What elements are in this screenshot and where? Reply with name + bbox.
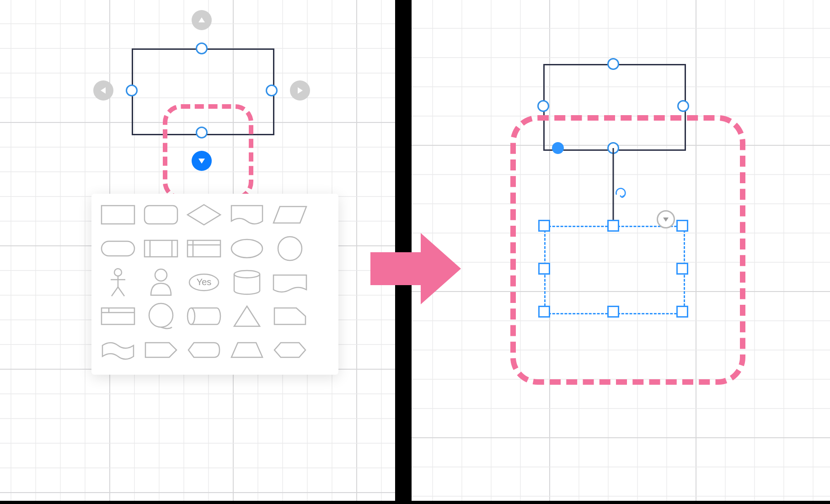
selection-handle-n[interactable] — [607, 220, 619, 232]
right-panel — [412, 0, 830, 501]
shape-card[interactable] — [100, 303, 136, 329]
selection-handle-s[interactable] — [607, 306, 619, 318]
shape-cylinder-horizontal[interactable] — [186, 303, 222, 329]
shape-hexagon[interactable] — [272, 337, 308, 363]
connector-top[interactable] — [196, 42, 208, 54]
shape-predefined-process[interactable] — [143, 236, 179, 261]
connector-right[interactable] — [677, 100, 689, 112]
shape-tag[interactable] — [143, 337, 179, 363]
shape-offpage[interactable] — [272, 303, 308, 329]
svg-rect-39 — [145, 206, 177, 224]
shape-document[interactable] — [229, 202, 265, 228]
shape-actor[interactable] — [100, 270, 136, 295]
shape-display[interactable] — [186, 337, 222, 363]
flowchart-node[interactable] — [132, 48, 274, 135]
expand-up-arrow[interactable] — [192, 10, 212, 30]
shape-database[interactable] — [229, 270, 265, 295]
left-panel: Yes — [0, 0, 395, 501]
shape-picker-popover: Yes — [91, 194, 338, 375]
connector-right[interactable] — [266, 85, 278, 96]
shape-banner[interactable] — [272, 270, 308, 295]
connector-left[interactable] — [126, 85, 138, 96]
expand-right-arrow[interactable] — [290, 80, 310, 101]
svg-rect-57 — [102, 308, 134, 324]
shape-diamond[interactable] — [186, 202, 222, 228]
expand-down-hint[interactable] — [657, 210, 675, 228]
shape-user[interactable] — [143, 270, 179, 295]
connector-top[interactable] — [607, 58, 619, 70]
selection-handle-e[interactable] — [676, 263, 688, 275]
svg-line-53 — [118, 287, 124, 296]
expand-down-arrow[interactable] — [192, 151, 212, 171]
shape-trapezoid[interactable] — [229, 337, 265, 363]
svg-point-47 — [231, 239, 262, 258]
selection-handle-nw[interactable] — [538, 220, 550, 232]
shape-circle[interactable] — [272, 236, 308, 261]
selection-handle-ne[interactable] — [676, 220, 688, 232]
flowchart-node-new[interactable] — [544, 226, 685, 314]
expand-left-arrow[interactable] — [93, 80, 113, 101]
shape-terminator[interactable] — [100, 236, 136, 261]
svg-point-60 — [149, 303, 173, 327]
flowchart-node-source[interactable] — [543, 64, 686, 151]
selection-handle-sw[interactable] — [538, 306, 550, 318]
svg-line-52 — [112, 287, 118, 296]
connector-left-filled[interactable] — [552, 142, 564, 154]
svg-point-61 — [187, 308, 195, 324]
svg-rect-38 — [102, 206, 134, 224]
connector-line[interactable] — [613, 148, 614, 226]
selection-handle-w[interactable] — [538, 263, 550, 275]
shape-wave[interactable] — [100, 337, 136, 363]
shape-circle-outline[interactable] — [143, 303, 179, 329]
svg-point-48 — [278, 237, 302, 260]
shape-triangle[interactable] — [229, 303, 265, 329]
connector-left[interactable] — [537, 100, 549, 112]
shape-annotation-label: Yes — [197, 277, 212, 287]
transition-arrow-icon — [370, 233, 461, 304]
shape-internal-storage[interactable] — [186, 236, 222, 261]
svg-point-54 — [155, 269, 167, 281]
selection-handle-se[interactable] — [676, 306, 688, 318]
shape-annotation-yes[interactable]: Yes — [186, 270, 222, 295]
shape-ellipse[interactable] — [229, 236, 265, 261]
shape-parallelogram[interactable] — [272, 202, 308, 228]
rotation-handle[interactable] — [614, 187, 627, 200]
svg-point-56 — [234, 271, 260, 278]
shape-rectangle[interactable] — [100, 202, 136, 228]
shape-rounded-rectangle[interactable] — [143, 202, 179, 228]
connector-bottom[interactable] — [196, 127, 208, 138]
svg-rect-40 — [102, 241, 134, 256]
svg-point-49 — [114, 269, 122, 276]
